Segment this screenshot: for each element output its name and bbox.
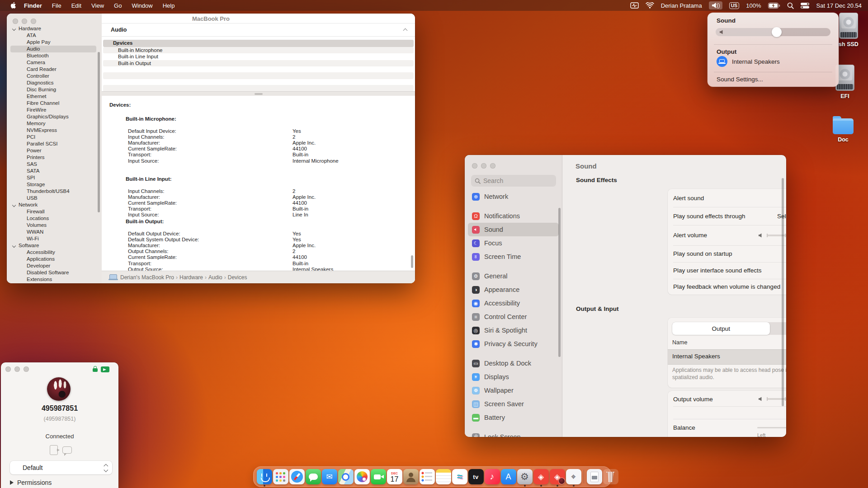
sysinfo-item-parallel-scsi[interactable]: Parallel SCSI [7,141,102,147]
dock-photos[interactable] [354,466,370,487]
settings-item-accessibility[interactable]: ◉Accessibility [468,296,559,310]
sysinfo-item-printers[interactable]: Printers [7,154,102,161]
device-row[interactable]: Built-in Microphone [103,47,414,54]
dock-contacts[interactable] [403,466,419,487]
input-source-menu[interactable]: US [729,2,740,9]
settings-item-wallpaper[interactable]: ❁Wallpaper [468,384,559,397]
window-title[interactable]: MacBook Pro [7,15,415,22]
profile-select[interactable]: Default [10,461,112,474]
dock-launchpad[interactable] [273,466,288,487]
menu-clock[interactable]: Sat 17 Dec 20.54 [816,2,862,9]
minimize-button[interactable] [481,163,486,169]
slider-knob[interactable] [772,27,782,37]
sysinfo-item-sata[interactable]: SATA [7,168,102,174]
sysinfo-item-camera[interactable]: Camera [7,59,102,66]
devices-tree-header[interactable]: Devices [103,40,414,47]
sysinfo-item-audio[interactable]: Audio [7,46,102,52]
permissions-disclosure[interactable]: Permissions [10,479,52,486]
sysinfo-item-network[interactable]: Network [7,202,102,208]
file-transfer-icon[interactable] [50,445,58,455]
volume-menu-extra[interactable] [709,1,722,9]
settings-item-network[interactable]: ⊕Network [468,190,559,203]
sound-settings-link[interactable]: Sound Settings... [717,76,763,83]
sysinfo-item-pci[interactable]: PCI [7,134,102,141]
balance-slider[interactable]: Left Right [757,422,786,432]
sysinfo-item-wi-fi[interactable]: Wi-Fi [7,235,102,242]
dock-app-store[interactable]: A [500,466,516,487]
search-input[interactable]: Search [471,175,556,187]
sidebar-scrollbar[interactable] [558,208,561,357]
disclosure-chevron-icon[interactable] [12,27,16,31]
wifi-icon[interactable] [646,2,654,9]
sysinfo-item-graphics-displays[interactable]: Graphics/Displays [7,113,102,120]
details-scrollbar[interactable] [411,255,413,268]
sysinfo-item-firewire[interactable]: FireWire [7,107,102,113]
settings-item-appearance[interactable]: ◑Appearance [468,283,559,296]
dock-tv[interactable]: tv [468,466,484,487]
splitter-handle[interactable] [255,93,263,95]
dock-calendar[interactable]: DEC17 [387,466,402,487]
sysinfo-item-memory[interactable]: Memory [7,120,102,127]
sysinfo-item-firewall[interactable]: Firewall [7,208,102,215]
settings-item-desktop-dock[interactable]: ▭Desktop & Dock [468,357,559,370]
sysinfo-item-spi[interactable]: SPI [7,174,102,181]
sysinfo-item-diagnostics[interactable]: Diagnostics [7,80,102,86]
output-device-item[interactable]: Internal Speakers [732,58,780,65]
settings-item-control-center[interactable]: ≡Control Center [468,310,559,324]
sysinfo-item-thunderbolt-usb4[interactable]: Thunderbolt/USB4 [7,188,102,195]
collapse-chevron-icon[interactable] [403,28,408,33]
settings-item-screen-time[interactable]: ∞Screen Time [468,250,559,263]
dock-freeform[interactable]: ≈ [452,466,467,487]
sysinfo-item-nvmexpress[interactable]: NVMExpress [7,127,102,134]
sysinfo-item-wwan[interactable]: WWAN [7,229,102,235]
dock-anydesk[interactable]: ◈ [533,466,549,487]
sysinfo-item-controller[interactable]: Controller [7,73,102,80]
sysinfo-item-card-reader[interactable]: Card Reader [7,66,102,73]
sysinfo-item-applications[interactable]: Applications [7,256,102,263]
settings-item-focus[interactable]: ☾Focus [468,236,559,250]
settings-item-screen-saver[interactable]: ◫Screen Saver [468,397,559,411]
sysinfo-item-ata[interactable]: ATA [7,32,102,39]
sysinfo-item-disabled-software[interactable]: Disabled Software [7,269,102,276]
settings-item-sound[interactable]: Sound [468,223,559,236]
dock-system-settings[interactable]: ⚙ [517,466,533,487]
activity-status-icon[interactable] [630,2,639,9]
dock-messages[interactable] [305,466,321,487]
sysinfo-item-bluetooth[interactable]: Bluetooth [7,52,102,59]
dock-facetime[interactable] [370,466,386,487]
zoom-button[interactable] [490,163,495,169]
device-row[interactable]: Built-in Output [103,60,414,67]
dock-maps[interactable] [338,466,354,487]
dock-reminders[interactable] [419,466,435,487]
sysinfo-item-apple-pay[interactable]: Apple Pay [7,39,102,46]
sysinfo-item-power[interactable]: Power [7,147,102,154]
sidebar-scrollbar[interactable] [98,52,100,212]
dock-safari[interactable] [289,466,305,487]
sysinfo-item-developer[interactable]: Developer [7,263,102,269]
menu-edit[interactable]: Edit [66,2,86,9]
settings-item-battery[interactable]: ▬Battery [468,411,559,424]
close-button[interactable] [472,163,477,169]
settings-item-privacy-security[interactable]: ✱Privacy & Security [468,337,559,351]
settings-item-siri-spotlight[interactable]: ◎Siri & Spotlight [468,324,559,337]
minimize-button[interactable] [14,366,20,372]
sysinfo-item-extensions[interactable]: Extensions [7,276,102,283]
sysinfo-item-volumes[interactable]: Volumes [7,222,102,229]
sysinfo-item-software[interactable]: Software [7,242,102,249]
disclosure-chevron-icon[interactable] [12,244,16,248]
menu-app-name[interactable]: Finder [19,2,47,9]
apple-menu-icon[interactable] [10,2,16,9]
dock-anydesk-session[interactable]: ◈ [549,466,565,487]
sysinfo-item-usb[interactable]: USB [7,195,102,202]
dock-finder[interactable] [256,466,272,487]
settings-item-general[interactable]: ⚙General [468,269,559,283]
dock-music[interactable]: ♪ [484,466,500,487]
sysinfo-item-accessibility[interactable]: Accessibility [7,249,102,256]
settings-item-lock-screen[interactable]: Lock Screen [468,430,559,437]
audio-section-header[interactable]: Audio [102,23,415,37]
dock-trash[interactable] [603,466,618,487]
chat-icon[interactable] [62,446,72,454]
screen-share-icon[interactable] [101,366,109,372]
dock-notes[interactable] [435,466,451,487]
sysinfo-item-disc-burning[interactable]: Disc Burning [7,86,102,93]
